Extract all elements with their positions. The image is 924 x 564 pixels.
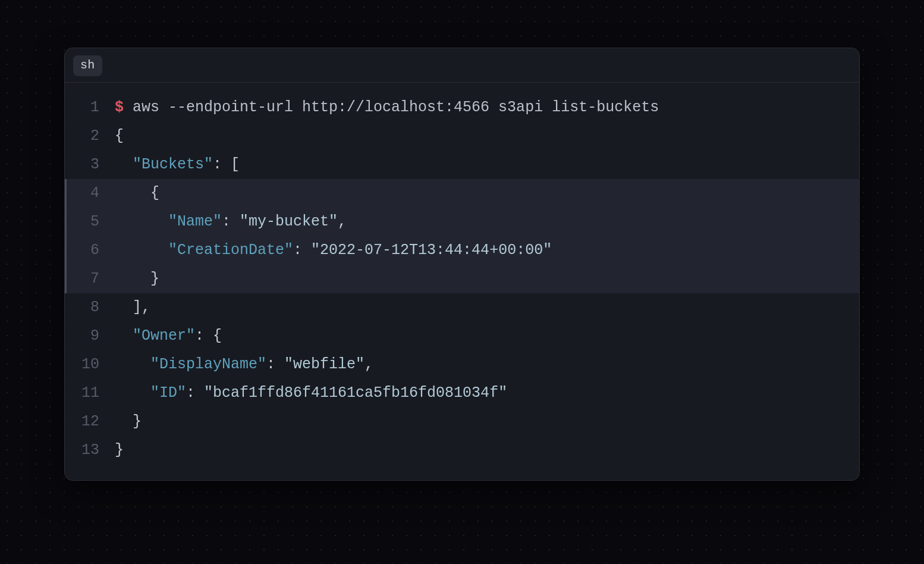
code-token: : { [195, 327, 222, 344]
line-number: 7 [65, 265, 115, 293]
code-token: "Buckets" [133, 156, 213, 173]
code-token: : [222, 213, 240, 230]
line-content: "Name": "my-bucket", [115, 208, 859, 236]
code-line: 10 "DisplayName": "webfile", [65, 350, 859, 379]
code-line: 13} [65, 436, 859, 465]
line-content: "ID": "bcaf1ffd86f41161ca5fb16fd081034f" [115, 379, 859, 408]
code-line: 5 "Name": "my-bucket", [65, 208, 859, 236]
line-number: 10 [65, 350, 115, 379]
code-token [115, 384, 150, 402]
code-line: 8 ], [65, 293, 859, 322]
line-content: "CreationDate": "2022-07-12T13:44:44+00:… [115, 236, 859, 265]
line-number: 1 [65, 93, 115, 122]
line-number: 8 [65, 293, 115, 322]
line-content: ], [115, 293, 859, 322]
line-content: { [115, 179, 859, 208]
code-token: , [364, 356, 373, 373]
line-number: 6 [65, 236, 115, 265]
code-token: : [266, 356, 284, 373]
code-token: aws --endpoint-url http://localhost:4566… [124, 99, 659, 116]
code-token: $ [115, 99, 124, 116]
code-line: 1$ aws --endpoint-url http://localhost:4… [65, 93, 859, 122]
code-token: "my-bucket" [240, 213, 338, 230]
code-token: , [338, 213, 347, 230]
code-token: : [293, 242, 311, 259]
code-token: "2022-07-12T13:44:44+00:00" [311, 242, 552, 259]
code-token [115, 356, 150, 373]
code-token: "Name" [168, 213, 222, 230]
line-content: } [115, 408, 859, 436]
line-number: 5 [65, 208, 115, 236]
code-token: : [186, 384, 204, 402]
code-token [115, 327, 133, 344]
line-content: $ aws --endpoint-url http://localhost:45… [115, 93, 859, 122]
code-line: 2{ [65, 122, 859, 151]
code-token: "CreationDate" [168, 242, 293, 259]
code-token [115, 242, 168, 259]
code-line: 6 "CreationDate": "2022-07-12T13:44:44+0… [65, 236, 859, 265]
code-token: ], [115, 299, 150, 316]
tab-bar: sh [65, 48, 859, 83]
line-number: 9 [65, 322, 115, 350]
code-token: { [115, 127, 124, 145]
code-token: } [115, 413, 142, 430]
code-line: 3 "Buckets": [ [65, 151, 859, 179]
code-token: "Owner" [133, 327, 195, 344]
line-number: 13 [65, 436, 115, 465]
code-token: "webfile" [284, 356, 364, 373]
line-content: "Buckets": [ [115, 151, 859, 179]
line-number: 11 [65, 379, 115, 408]
code-token: { [115, 184, 159, 202]
code-panel: sh 1$ aws --endpoint-url http://localhos… [64, 48, 860, 481]
code-token: } [115, 441, 124, 459]
code-line: 9 "Owner": { [65, 322, 859, 350]
line-number: 3 [65, 151, 115, 179]
line-number: 12 [65, 408, 115, 436]
code-block[interactable]: 1$ aws --endpoint-url http://localhost:4… [65, 83, 859, 480]
line-content: { [115, 122, 859, 151]
line-content: } [115, 265, 859, 293]
language-tab[interactable]: sh [73, 55, 102, 76]
code-token: "bcaf1ffd86f41161ca5fb16fd081034f" [204, 384, 507, 402]
code-token [115, 156, 133, 173]
code-token: : [ [213, 156, 240, 173]
line-number: 2 [65, 122, 115, 151]
code-token: "ID" [150, 384, 186, 402]
code-token [115, 213, 168, 230]
line-number: 4 [65, 179, 115, 208]
code-token: } [115, 270, 159, 287]
line-content: } [115, 436, 859, 465]
code-token: "DisplayName" [150, 356, 266, 373]
language-tab-label: sh [80, 59, 95, 71]
line-content: "DisplayName": "webfile", [115, 350, 859, 379]
line-content: "Owner": { [115, 322, 859, 350]
code-line: 11 "ID": "bcaf1ffd86f41161ca5fb16fd08103… [65, 379, 859, 408]
code-line: 4 { [65, 179, 859, 208]
code-line: 12 } [65, 408, 859, 436]
code-line: 7 } [65, 265, 859, 293]
